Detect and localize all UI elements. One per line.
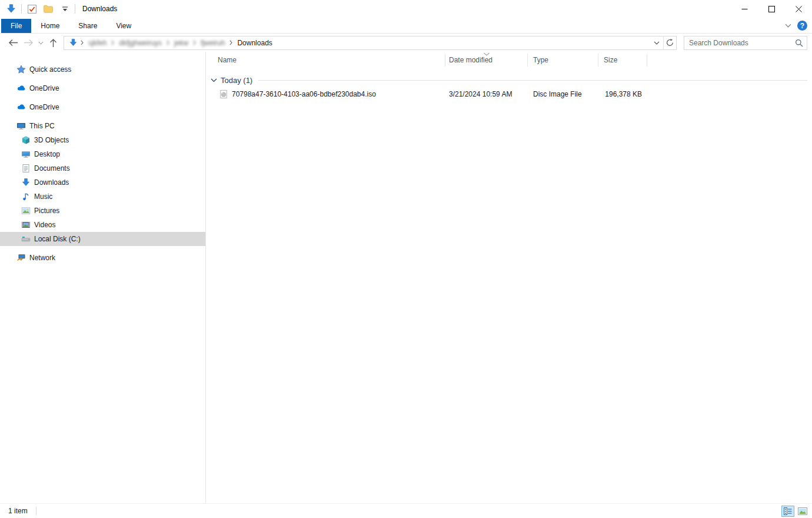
sidebar-item-label: Desktop — [34, 150, 60, 158]
details-view-button[interactable] — [781, 506, 794, 517]
breadcrumb-chevron-icon[interactable] — [228, 40, 234, 45]
cube-icon — [21, 135, 31, 145]
search-button[interactable] — [791, 39, 807, 47]
desktop-icon — [21, 150, 31, 159]
forward-button[interactable] — [21, 36, 35, 50]
search-input[interactable] — [684, 39, 791, 47]
sidebar-item-documents[interactable]: Documents — [0, 161, 205, 175]
large-icons-view-button[interactable] — [796, 506, 809, 517]
music-note-icon — [21, 192, 31, 201]
details-view-icon — [784, 507, 792, 515]
collapse-group-chevron-icon[interactable] — [211, 78, 217, 82]
sidebar-item-3d-objects[interactable]: 3D Objects — [0, 133, 205, 147]
sidebar-item-quick-access[interactable]: Quick access — [0, 62, 205, 77]
minimize-button[interactable] — [731, 0, 758, 18]
sort-descending-icon — [483, 52, 490, 56]
sidebar-item-local-disk-c[interactable]: Local Disk (C:) — [0, 232, 205, 246]
column-header-type[interactable]: Type — [528, 54, 598, 67]
tab-share[interactable]: Share — [69, 19, 107, 33]
breadcrumb-segment-redacted[interactable]: fjweiruh — [197, 36, 228, 49]
download-arrow-icon — [21, 178, 31, 187]
quick-access-toolbar: Downloads — [5, 2, 117, 15]
breadcrumb-segment-redacted[interactable]: dkfjghweiruys — [115, 36, 165, 49]
hard-drive-icon — [21, 234, 31, 244]
status-separator — [36, 507, 36, 515]
recent-locations-button[interactable] — [36, 36, 45, 50]
file-name: 70798a47-3610-4103-aa06-bdbef230dab4.iso — [232, 90, 376, 98]
document-icon — [21, 164, 31, 173]
sidebar-item-label: Quick access — [29, 65, 71, 74]
maximize-icon — [768, 6, 775, 12]
maximize-button[interactable] — [758, 0, 785, 18]
breadcrumb-chevron-icon[interactable] — [79, 40, 85, 45]
help-button[interactable]: ? — [797, 21, 807, 31]
file-list-pane: Name Date modified Type Size — [206, 52, 812, 503]
file-row[interactable]: 70798a47-3610-4103-aa06-bdbef230dab4.iso… — [206, 87, 812, 101]
back-button[interactable] — [6, 36, 20, 50]
close-icon — [796, 6, 802, 12]
file-date-modified: 3/21/2024 10:59 AM — [445, 87, 528, 101]
customize-dropdown-icon — [62, 6, 68, 12]
cloud-icon — [16, 84, 26, 93]
address-bar[interactable]: sjkfeh dkfjghweiruys jekw fjweiruh Downl… — [64, 36, 677, 50]
sidebar-item-pictures[interactable]: Pictures — [0, 204, 205, 218]
properties-button[interactable] — [25, 2, 38, 15]
navigation-pane: Quick access OneDrive OneDrive This PC — [0, 52, 206, 503]
navigation-bar: sjkfeh dkfjghweiruys jekw fjweiruh Downl… — [0, 34, 812, 52]
breadcrumb: sjkfeh dkfjghweiruys jekw fjweiruh Downl… — [64, 36, 650, 49]
file-size: 196,378 KB — [598, 87, 647, 101]
refresh-button[interactable] — [663, 36, 676, 49]
thumbnail-view-icon — [798, 507, 807, 515]
search-box — [684, 36, 807, 50]
disc-image-file-icon — [219, 89, 228, 99]
sidebar-item-network[interactable]: Network — [0, 251, 205, 265]
ribbon-right-controls: ? — [785, 21, 807, 31]
column-header-name[interactable]: Name — [206, 54, 445, 67]
sidebar-item-label: Network — [29, 254, 55, 262]
toolbar-separator — [75, 4, 75, 14]
sidebar-item-onedrive-1[interactable]: OneDrive — [0, 81, 205, 95]
item-count: 1 item — [8, 507, 28, 515]
chevron-down-icon — [38, 41, 44, 45]
sidebar-item-onedrive-2[interactable]: OneDrive — [0, 100, 205, 114]
properties-check-icon — [27, 4, 37, 14]
title-bar: Downloads — [0, 0, 812, 18]
sidebar-item-videos[interactable]: Videos — [0, 218, 205, 232]
sidebar-item-desktop[interactable]: Desktop — [0, 147, 205, 161]
breadcrumb-segment-downloads[interactable]: Downloads — [234, 36, 275, 49]
breadcrumb-segment-redacted[interactable]: sjkfeh — [85, 36, 110, 49]
minimize-icon — [741, 6, 748, 12]
download-arrow-icon — [6, 4, 16, 14]
tab-home[interactable]: Home — [31, 19, 69, 33]
main-area: Quick access OneDrive OneDrive This PC — [0, 52, 812, 503]
sidebar-item-label: OneDrive — [29, 103, 59, 111]
up-arrow-icon — [49, 38, 57, 48]
downloads-location-icon[interactable] — [66, 38, 79, 47]
group-header-today[interactable]: Today (1) — [206, 73, 812, 87]
column-header-size[interactable]: Size — [598, 54, 647, 67]
column-header-date-modified[interactable]: Date modified — [445, 54, 528, 67]
address-history-dropdown-button[interactable] — [650, 36, 663, 49]
film-icon — [21, 220, 31, 230]
expand-ribbon-button[interactable] — [785, 24, 791, 28]
breadcrumb-segment-redacted[interactable]: jekw — [171, 36, 192, 49]
sidebar-item-label: This PC — [29, 122, 55, 130]
sidebar-item-label: Videos — [34, 221, 55, 229]
new-folder-button[interactable] — [42, 2, 55, 15]
close-button[interactable] — [785, 0, 812, 18]
sidebar-item-music[interactable]: Music — [0, 190, 205, 204]
customize-quick-access-button[interactable] — [58, 2, 71, 15]
sidebar-item-label: Local Disk (C:) — [34, 235, 81, 243]
cloud-icon — [16, 102, 26, 112]
star-icon — [16, 65, 26, 74]
sidebar-item-downloads[interactable]: Downloads — [0, 175, 205, 190]
breadcrumb-chevron-icon — [165, 40, 171, 45]
sidebar-item-this-pc[interactable]: This PC — [0, 119, 205, 133]
sidebar-item-label: Music — [34, 192, 52, 201]
up-button[interactable] — [46, 36, 60, 50]
tab-file[interactable]: File — [1, 19, 31, 33]
window-controls — [731, 0, 812, 18]
sidebar-item-label: Pictures — [34, 207, 59, 215]
tab-view[interactable]: View — [107, 19, 141, 33]
computer-icon — [16, 121, 26, 131]
